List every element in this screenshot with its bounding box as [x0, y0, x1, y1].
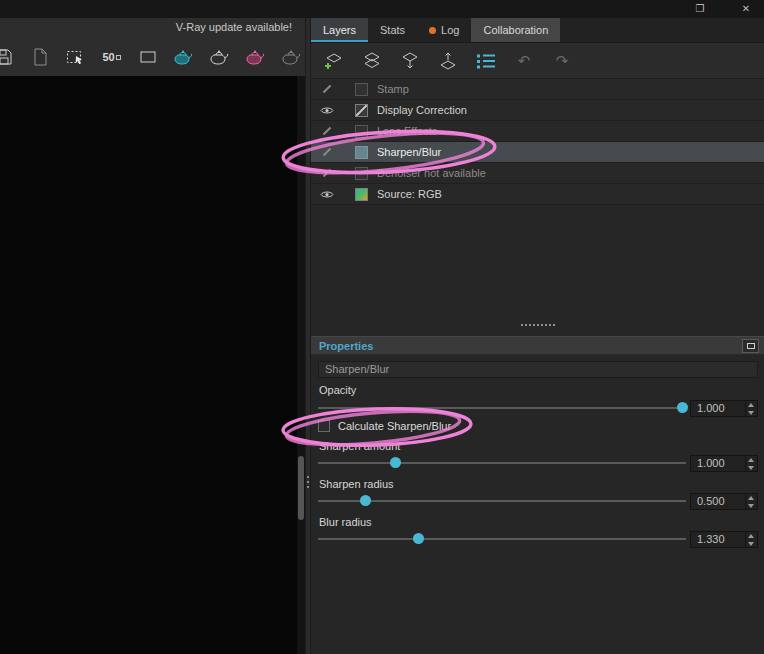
opacity-slider-handle[interactable] — [677, 402, 688, 413]
display-icon — [747, 343, 755, 349]
undo-glyph: ↶ — [518, 51, 531, 71]
visibility-toggle[interactable] — [311, 190, 343, 199]
spin-down-icon[interactable] — [746, 540, 757, 548]
layer-thumbnail — [355, 125, 368, 138]
tab-label: Log — [441, 24, 459, 36]
visibility-toggle[interactable] — [311, 151, 343, 153]
layer-row-lens-effects[interactable]: Lens Effects — [311, 121, 764, 142]
zoom-50-icon[interactable]: 50 — [99, 45, 124, 70]
visibility-toggle[interactable] — [311, 88, 343, 90]
tab-log[interactable]: Log — [417, 18, 471, 42]
opacity-slider[interactable] — [318, 402, 686, 414]
opacity-value: 1.000 — [697, 402, 725, 414]
layers-panel: Layers Stats Log Collaboration ↶ ↷ Stamp — [311, 18, 764, 654]
render-teapot-outline-icon[interactable] — [207, 45, 232, 70]
spin-down-icon[interactable] — [746, 464, 757, 472]
layer-name: Source: RGB — [377, 188, 442, 200]
sharpen-amount-label: Sharpen amount — [319, 440, 400, 452]
calculate-sharpen-blur-checkbox[interactable] — [318, 420, 330, 432]
render-scrollbar[interactable] — [297, 76, 305, 654]
blur-radius-value: 1.330 — [697, 533, 725, 545]
layer-list: Stamp Display Correction Lens Effects Sh… — [311, 79, 764, 205]
tab-collaboration[interactable]: Collaboration — [471, 18, 560, 42]
save-layers-icon[interactable] — [435, 50, 461, 72]
layer-thumbnail — [355, 146, 368, 159]
layer-thumbnail — [355, 188, 368, 201]
add-layer-icon[interactable] — [321, 50, 347, 72]
close-window-icon[interactable]: ✕ — [736, 2, 756, 16]
blur-radius-slider[interactable] — [318, 533, 686, 545]
calculate-sharpen-blur-row: Calculate Sharpen/Blur — [318, 420, 451, 432]
layer-row-display-correction[interactable]: Display Correction — [311, 100, 764, 121]
render-scrollbar-thumb[interactable] — [298, 456, 304, 520]
hidden-slash-icon — [323, 127, 331, 135]
layer-row-sharpen-blur[interactable]: Sharpen/Blur — [311, 142, 764, 163]
redo-glyph: ↷ — [556, 51, 569, 71]
opacity-label: Opacity — [319, 384, 356, 396]
spinner — [745, 494, 757, 509]
layer-tree-view-icon[interactable] — [473, 50, 499, 72]
layer-thumbnail — [355, 83, 368, 96]
spinner — [745, 401, 757, 416]
layer-name: Stamp — [377, 83, 409, 95]
properties-title: Properties — [319, 340, 373, 352]
sharpen-radius-value-box[interactable]: 0.500 — [690, 493, 758, 510]
sharpen-radius-slider-handle[interactable] — [360, 495, 371, 506]
tab-label: Layers — [323, 24, 356, 36]
properties-splitter-horizontal[interactable] — [311, 318, 764, 332]
layer-name-field[interactable]: Sharpen/Blur — [318, 361, 758, 378]
blur-radius-value-box[interactable]: 1.330 — [690, 531, 758, 548]
window-titlebar: ❐ ✕ — [0, 0, 764, 18]
duplicate-layer-icon[interactable] — [359, 50, 385, 72]
render-teapot-gray-icon[interactable] — [279, 45, 304, 70]
log-status-dot-icon — [429, 27, 436, 34]
spin-down-icon[interactable] — [746, 502, 757, 510]
region-render-icon[interactable] — [63, 45, 88, 70]
hidden-slash-icon — [323, 148, 331, 156]
properties-options-button[interactable] — [742, 339, 759, 353]
panel-splitter-vertical[interactable] — [305, 18, 311, 654]
layer-row-source-rgb[interactable]: Source: RGB — [311, 184, 764, 205]
eye-icon — [320, 106, 334, 115]
layer-row-stamp[interactable]: Stamp — [311, 79, 764, 100]
vray-update-banner[interactable]: V-Ray update available! — [176, 21, 292, 33]
layer-name: Lens Effects — [377, 125, 437, 137]
spin-up-icon[interactable] — [746, 456, 757, 464]
layer-thumbnail — [355, 167, 368, 180]
save-image-icon[interactable] — [0, 45, 16, 70]
tab-layers[interactable]: Layers — [311, 18, 368, 42]
visibility-toggle[interactable] — [311, 172, 343, 174]
tab-stats[interactable]: Stats — [368, 18, 417, 42]
render-teapot-pink-icon[interactable] — [243, 45, 268, 70]
spin-up-icon[interactable] — [746, 401, 757, 409]
render-view — [0, 76, 305, 654]
select-region-icon[interactable] — [135, 45, 160, 70]
layer-name: Denoiser not available — [377, 167, 486, 179]
splitter-grip-icon — [307, 476, 309, 478]
render-teapot-teal-icon[interactable] — [171, 45, 196, 70]
load-layers-icon[interactable] — [397, 50, 423, 72]
undo-icon[interactable]: ↶ — [511, 50, 537, 72]
sharpen-amount-slider-handle[interactable] — [390, 457, 401, 468]
sharpen-amount-slider[interactable] — [318, 457, 686, 469]
layer-name: Sharpen/Blur — [377, 146, 441, 158]
opacity-value-box[interactable]: 1.000 — [690, 400, 758, 417]
spin-up-icon[interactable] — [746, 494, 757, 502]
zoom-label: 50 — [102, 51, 114, 63]
spinner — [745, 456, 757, 471]
render-panel: V-Ray update available! 50 — [0, 18, 305, 654]
layer-row-denoiser[interactable]: Denoiser not available — [311, 163, 764, 184]
sharpen-amount-value-box[interactable]: 1.000 — [690, 455, 758, 472]
main-toolbar: 50 — [0, 42, 304, 72]
restore-window-icon[interactable]: ❐ — [690, 2, 710, 16]
calculate-sharpen-blur-label: Calculate Sharpen/Blur — [338, 420, 451, 432]
sharpen-radius-slider[interactable] — [318, 495, 686, 507]
hidden-slash-icon — [323, 169, 331, 177]
redo-icon[interactable]: ↷ — [549, 50, 575, 72]
visibility-toggle[interactable] — [311, 106, 343, 115]
clear-image-icon[interactable] — [27, 45, 52, 70]
visibility-toggle[interactable] — [311, 130, 343, 132]
blur-radius-slider-handle[interactable] — [413, 533, 424, 544]
spin-down-icon[interactable] — [746, 409, 757, 417]
spin-up-icon[interactable] — [746, 532, 757, 540]
